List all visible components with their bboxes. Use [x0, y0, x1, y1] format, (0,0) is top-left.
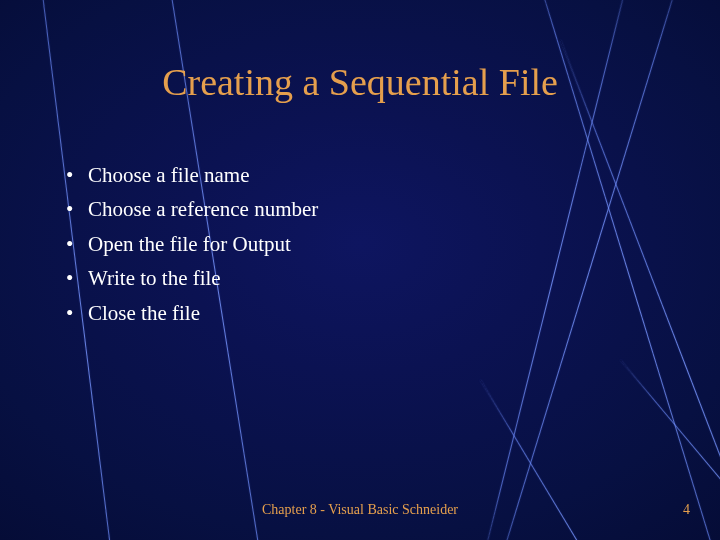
bullet-text: Open the file for Output	[88, 229, 640, 259]
bullet-text: Close the file	[88, 298, 640, 328]
slide: Creating a Sequential File • Choose a fi…	[0, 0, 720, 540]
bullet-text: Write to the file	[88, 263, 640, 293]
bullet-icon: •	[64, 263, 88, 293]
list-item: • Choose a reference number	[64, 194, 640, 224]
bullet-text: Choose a file name	[88, 160, 640, 190]
bullet-icon: •	[64, 298, 88, 328]
bullet-icon: •	[64, 194, 88, 224]
bullet-icon: •	[64, 160, 88, 190]
list-item: • Open the file for Output	[64, 229, 640, 259]
bullet-text: Choose a reference number	[88, 194, 640, 224]
slide-title: Creating a Sequential File	[0, 60, 720, 104]
list-item: • Close the file	[64, 298, 640, 328]
page-number: 4	[683, 502, 690, 518]
footer: Chapter 8 - Visual Basic Schneider 4	[0, 502, 720, 522]
bullet-list: • Choose a file name • Choose a referenc…	[64, 160, 640, 332]
footer-center-text: Chapter 8 - Visual Basic Schneider	[0, 502, 720, 518]
list-item: • Choose a file name	[64, 160, 640, 190]
bullet-icon: •	[64, 229, 88, 259]
list-item: • Write to the file	[64, 263, 640, 293]
